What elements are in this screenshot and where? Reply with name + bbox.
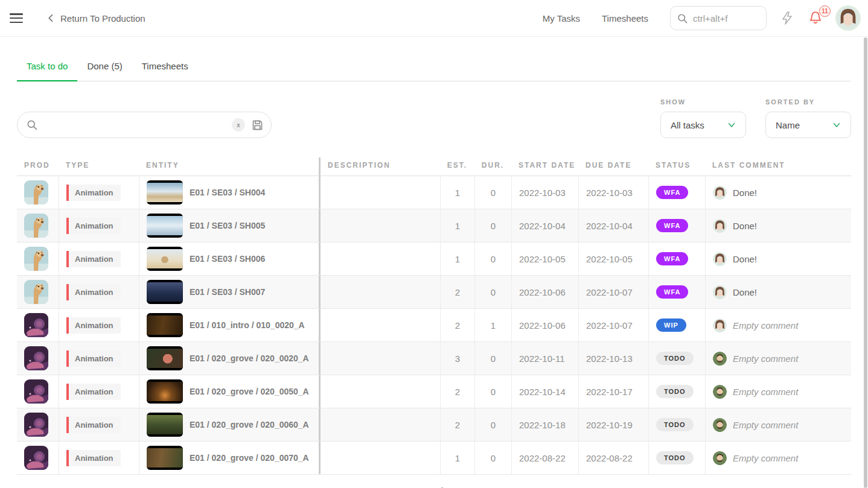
tab-task-to-do[interactable]: Task to do — [17, 55, 77, 81]
tab-timesheets[interactable]: Timesheets — [132, 55, 198, 81]
status-badge[interactable]: WFA — [656, 219, 688, 232]
entity-thumbnail[interactable] — [147, 346, 183, 370]
status-badge[interactable]: WFA — [656, 186, 688, 199]
entity-cell: E01 / 020_grove / 020_0060_A — [139, 408, 319, 441]
back-link-label: Return To Production — [60, 13, 145, 24]
entity-thumbnail[interactable] — [147, 280, 183, 304]
notification-count-badge: 11 — [819, 5, 831, 17]
menu-icon[interactable] — [10, 13, 23, 23]
status-badge[interactable]: WFA — [656, 252, 688, 265]
production-thumbnail[interactable] — [24, 280, 48, 304]
sorted-by-group: SORTED BY Name — [765, 98, 851, 138]
table-row: Animation E01 / SE03 / SH005 1 0 2022-10… — [17, 209, 851, 242]
type-cell: Animation — [59, 309, 139, 341]
duration-cell: 0 — [474, 442, 511, 474]
entity-link[interactable]: E01 / 010_intro / 010_0020_A — [190, 320, 305, 330]
entity-thumbnail[interactable] — [147, 379, 183, 404]
production-thumbnail[interactable] — [24, 379, 48, 404]
start-date-cell: 2022-10-06 — [511, 276, 578, 308]
due-date-cell: 2022-10-03 — [578, 176, 648, 209]
chevron-down-icon — [831, 119, 842, 130]
last-comment-cell: Empty comment — [705, 342, 851, 375]
tab-done[interactable]: Done (5) — [77, 55, 132, 81]
prod-cell — [17, 176, 59, 209]
status-badge[interactable]: TODO — [656, 385, 694, 398]
description-cell — [319, 209, 440, 242]
description-cell — [319, 276, 440, 308]
production-thumbnail[interactable] — [24, 346, 48, 370]
last-comment-text: Empty comment — [733, 353, 798, 364]
table-row: Animation E01 / 020_grove / 020_0050_A 2… — [17, 375, 851, 408]
duration-cell: 0 — [474, 375, 511, 408]
back-to-production-link[interactable]: Return To Production — [46, 13, 145, 24]
type-cell: Animation — [59, 176, 139, 209]
clear-filter-button[interactable]: x — [232, 118, 245, 132]
entity-thumbnail[interactable] — [147, 313, 183, 337]
user-avatar[interactable] — [837, 7, 860, 30]
save-filter-icon[interactable] — [251, 119, 264, 132]
sorted-by-label: SORTED BY — [765, 98, 851, 106]
estimation-cell: 1 — [440, 209, 474, 242]
status-badge[interactable]: TODO — [656, 352, 694, 365]
entity-link[interactable]: E01 / SE03 / SH006 — [190, 254, 265, 264]
start-date-cell: 2022-10-06 — [511, 309, 578, 341]
prod-cell — [17, 242, 59, 275]
status-cell: WFA — [648, 276, 705, 308]
due-date-cell: 2022-08-22 — [578, 442, 648, 474]
nav-my-tasks[interactable]: My Tasks — [543, 13, 580, 24]
header-est: EST. — [440, 157, 474, 176]
global-search-input[interactable] — [693, 13, 753, 24]
entity-thumbnail[interactable] — [147, 247, 183, 271]
last-comment-cell: Empty comment — [705, 309, 851, 341]
show-select[interactable]: All tasks — [660, 112, 746, 138]
production-thumbnail[interactable] — [24, 446, 48, 470]
entity-link[interactable]: E01 / SE03 / SH007 — [190, 287, 265, 297]
entity-link[interactable]: E01 / 020_grove / 020_0020_A — [190, 353, 309, 363]
vertical-scrollbar[interactable] — [864, 37, 867, 488]
header-due-date: DUE DATE — [578, 157, 648, 176]
status-badge[interactable]: TODO — [656, 418, 694, 431]
entity-cell: E01 / SE03 / SH007 — [139, 276, 319, 308]
production-thumbnail[interactable] — [24, 214, 48, 238]
production-image — [24, 214, 48, 238]
due-date-cell: 2022-10-17 — [578, 375, 648, 408]
production-thumbnail[interactable] — [24, 313, 48, 337]
estimation-cell: 2 — [440, 408, 474, 441]
prod-cell — [17, 309, 59, 341]
status-badge[interactable]: WIP — [656, 318, 686, 332]
description-cell — [319, 408, 440, 441]
quick-actions-button[interactable] — [780, 11, 794, 25]
due-date-cell: 2022-10-04 — [578, 209, 648, 242]
entity-thumbnail[interactable] — [147, 446, 183, 470]
entity-link[interactable]: E01 / 020_grove / 020_0050_A — [190, 387, 309, 396]
start-date-cell: 2022-10-14 — [511, 375, 578, 408]
entity-link[interactable]: E01 / 020_grove / 020_0070_A — [190, 453, 309, 463]
production-thumbnail[interactable] — [24, 247, 48, 271]
header-type: TYPE — [59, 157, 139, 176]
entity-link[interactable]: E01 / 020_grove / 020_0060_A — [190, 420, 309, 429]
prod-cell — [17, 442, 59, 474]
sorted-by-select[interactable]: Name — [765, 112, 851, 138]
status-badge[interactable]: TODO — [656, 451, 694, 464]
entity-thumbnail[interactable] — [147, 180, 183, 204]
nav-timesheets[interactable]: Timesheets — [602, 13, 648, 24]
notifications-button[interactable]: 11 — [808, 10, 823, 26]
production-image — [24, 346, 48, 370]
last-comment-cell: Done! — [705, 209, 851, 242]
entity-thumbnail[interactable] — [147, 413, 183, 437]
header-start-date: START DATE — [511, 157, 578, 176]
entity-thumbnail[interactable] — [147, 214, 183, 238]
task-filter-input[interactable] — [44, 120, 226, 130]
production-thumbnail[interactable] — [24, 413, 48, 437]
description-cell — [319, 242, 440, 275]
entity-link[interactable]: E01 / SE03 / SH004 — [190, 188, 265, 197]
table-row: Animation E01 / 020_grove / 020_0060_A 2… — [17, 408, 851, 442]
prod-cell — [17, 408, 59, 441]
production-image — [24, 180, 48, 204]
entity-link[interactable]: E01 / SE03 / SH005 — [190, 221, 265, 230]
production-thumbnail[interactable] — [24, 180, 48, 204]
due-date-cell: 2022-10-07 — [578, 276, 648, 308]
last-comment-cell: Done! — [705, 276, 851, 308]
status-badge[interactable]: WFA — [656, 285, 688, 299]
description-cell — [319, 375, 440, 408]
